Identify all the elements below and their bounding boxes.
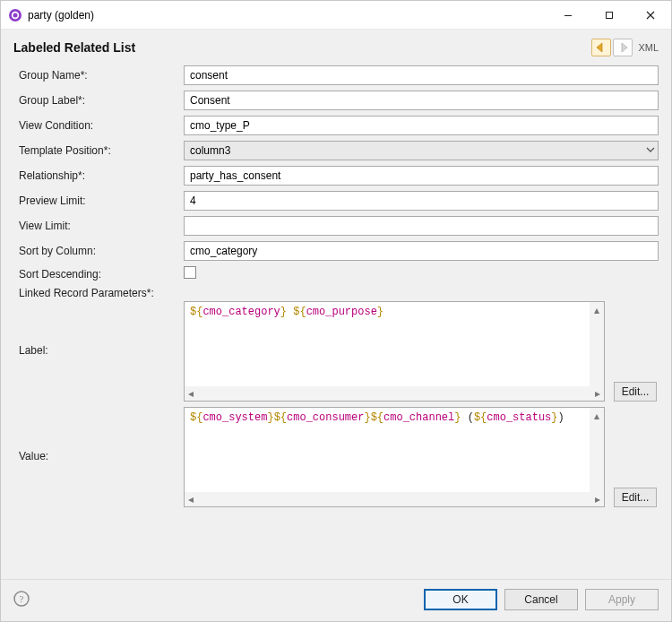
input-group-label[interactable] [184,91,659,110]
label-preview-limit: Preview Limit: [13,194,175,207]
maximize-button[interactable] [589,1,630,30]
label-label-expr: Label: [13,301,175,357]
textarea-label-expr-content[interactable]: ${cmo_category} ${cmo_purpose} [185,302,590,386]
scrollbar-vertical[interactable]: ▴ [590,408,604,492]
caret-up-icon: ▴ [594,410,599,422]
input-preview-limit[interactable] [184,191,659,211]
scrollbar-horizontal[interactable]: ◂▸ [185,492,604,506]
label-sort-by-column: Sort by Column: [13,245,175,257]
close-button[interactable] [630,1,671,30]
ok-button[interactable]: OK [424,589,497,610]
select-template-position-value[interactable] [184,141,659,160]
nav-forward-button[interactable] [613,39,633,56]
apply-button[interactable]: Apply [585,589,659,610]
minimize-button[interactable] [547,1,589,30]
label-view-limit: View Limit: [13,220,175,232]
row-value-expr: Value: ${cmo_system}${cmo_consumer}${cmo… [13,407,659,507]
caret-right-icon: ▸ [595,387,600,400]
row-view-condition: View Condition: [13,116,659,135]
label-relationship: Relationship*: [13,169,175,182]
cancel-button[interactable]: Cancel [504,589,578,610]
label-group-name: Group Name*: [13,69,175,82]
row-view-limit: View Limit: [13,216,659,236]
app-icon [8,8,22,22]
window: party (golden) Labeled Related List XML … [0,0,672,622]
window-title: party (golden) [28,9,547,22]
edit-value-button[interactable]: Edit... [614,488,657,507]
row-label-expr: Label: ${cmo_category} ${cmo_purpose} ▴ … [13,301,659,402]
input-relationship[interactable] [184,166,659,186]
window-controls [547,1,671,30]
form: Group Name*: Group Label*: View Conditio… [1,64,671,579]
input-sort-by-column[interactable] [184,241,659,261]
input-group-name[interactable] [184,65,659,85]
textarea-value-expr[interactable]: ${cmo_system}${cmo_consumer}${cmo_channe… [184,407,605,507]
footer: ? OK Cancel Apply [1,579,671,621]
row-sort-by-column: Sort by Column: [13,241,659,261]
caret-left-icon: ◂ [188,493,194,505]
label-template-position: Template Position*: [13,144,175,157]
select-template-position[interactable] [184,141,659,160]
input-view-condition[interactable] [184,116,659,135]
scrollbar-vertical[interactable]: ▴ [590,302,604,386]
label-view-condition: View Condition: [13,119,175,132]
row-sort-descending: Sort Descending: [13,266,659,281]
label-sort-descending: Sort Descending: [13,268,175,281]
row-linked-record-parameters: Linked Record Parameters*: [13,287,659,299]
caret-right-icon: ▸ [595,493,600,505]
page-title: Labeled Related List [13,40,590,55]
svg-text:?: ? [20,593,24,604]
svg-rect-4 [607,12,613,18]
row-relationship: Relationship*: [13,166,659,186]
caret-up-icon: ▴ [594,304,599,316]
scrollbar-horizontal[interactable]: ◂▸ [185,386,604,401]
textarea-value-expr-content[interactable]: ${cmo_system}${cmo_consumer}${cmo_channe… [185,408,590,492]
header-row: Labeled Related List XML [1,30,671,64]
nav-back-button[interactable] [591,39,611,56]
caret-left-icon: ◂ [188,387,194,400]
input-view-limit[interactable] [184,216,659,236]
textarea-label-expr[interactable]: ${cmo_category} ${cmo_purpose} ▴ ◂▸ [184,301,605,402]
row-group-name: Group Name*: [13,65,659,85]
xml-link[interactable]: XML [638,42,659,53]
edit-label-button[interactable]: Edit... [614,382,657,402]
row-template-position: Template Position*: [13,141,659,160]
label-linked-record-parameters: Linked Record Parameters*: [13,287,175,299]
svg-point-2 [13,13,18,17]
row-group-label: Group Label*: [13,91,659,110]
label-group-label: Group Label*: [13,94,175,107]
row-preview-limit: Preview Limit: [13,191,659,211]
help-icon[interactable]: ? [13,591,31,609]
titlebar: party (golden) [1,1,671,30]
label-value-expr: Value: [13,407,175,462]
checkbox-sort-descending[interactable] [184,266,196,279]
svg-rect-3 [564,15,572,16]
